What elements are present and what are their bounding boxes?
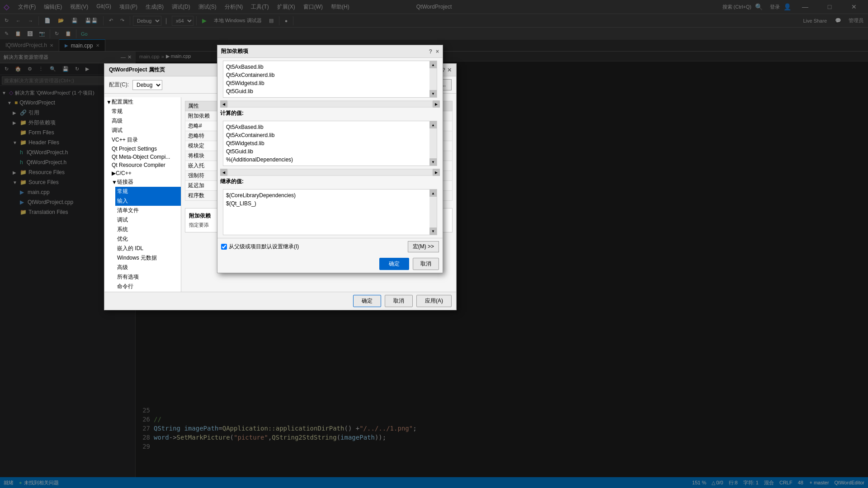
ptree-qt-meta[interactable]: Qt Meta-Object Compi... — [110, 153, 181, 161]
attach-dialog: 附加依赖项 ? × Qt5AxBased.lib Qt5AxContainerd… — [217, 45, 443, 273]
cprops-label: 配置属性 — [112, 98, 133, 106]
attach-inherited-section: $(CoreLibraryDependencies) $(Qt_LIBS_) ▲… — [220, 189, 440, 235]
vscroll-up-3[interactable]: ▲ — [429, 190, 437, 197]
ptree-general[interactable]: 常规 — [110, 107, 181, 116]
ptree-qt-settings[interactable]: Qt Project Settings — [110, 145, 181, 153]
computed-item-4: Qt5Guid.lib — [226, 147, 434, 156]
attach-inherited-box: $(CoreLibraryDependencies) $(Qt_LIBS_) ▲… — [223, 189, 437, 235]
ptree-manifest-tool[interactable]: ▶ 清单工具 — [110, 291, 181, 292]
attach-computed-hscroll[interactable]: ◀ ▶ — [220, 169, 440, 176]
ptree-vcdir[interactable]: VC++ 目录 — [110, 135, 181, 145]
inherit-checkbox[interactable] — [221, 244, 227, 250]
props-tree-panel: ▼ 配置属性 常规 高级 调试 VC++ 目录 Qt Project Setti… — [104, 97, 181, 292]
ptree-linker-general[interactable]: 常规 — [115, 187, 181, 196]
adv-label: 高级 — [112, 117, 123, 125]
ptree-linker-idl[interactable]: 嵌入的 IDL — [115, 244, 181, 253]
config-select[interactable]: Debug — [132, 80, 162, 90]
ptree-linker-input[interactable]: 输入 — [115, 196, 181, 206]
macro-button[interactable]: 宏(M) >> — [408, 241, 439, 252]
hscroll-left-2[interactable]: ◀ — [220, 169, 227, 176]
config-label: 配置(C): — [109, 81, 129, 89]
lnkadv-label: 高级 — [117, 264, 128, 271]
lnkdbg-label: 调试 — [117, 216, 128, 224]
ptree-debug[interactable]: 调试 — [110, 126, 181, 135]
props-cancel-btn[interactable]: 取消 — [385, 295, 413, 307]
inherited-item-1: $(CoreLibraryDependencies) — [226, 191, 434, 199]
attach-item-2: Qt5AxContainerd.lib — [226, 71, 434, 79]
attach-top-content[interactable]: Qt5AxBased.lib Qt5AxContainerd.lib Qt5Wi… — [223, 61, 437, 97]
hscroll-track-2 — [228, 170, 432, 175]
ptree-qt-res[interactable]: Qt Resource Compiler — [110, 161, 181, 169]
ptree-linker-winmeta[interactable]: Windows 元数据 — [115, 253, 181, 263]
hscroll-right-2[interactable]: ▶ — [433, 169, 440, 176]
attach-help-icon[interactable]: ? — [429, 48, 432, 55]
props-apply-btn[interactable]: 应用(A) — [416, 295, 452, 307]
attach-cancel-button[interactable]: 取消 — [413, 258, 439, 270]
attach-inherited-vscroll[interactable]: ▲ ▼ — [429, 190, 437, 235]
vscroll-dn-1[interactable]: ▼ — [429, 90, 437, 97]
manifest-label: 清单文件 — [117, 207, 139, 214]
ptree-linker-allopts[interactable]: 所有选项 — [115, 272, 181, 282]
attach-item-4: Qt5Guid.lib — [226, 87, 434, 95]
attach-title-text: 附加依赖项 — [221, 47, 248, 55]
vscroll-dn-2[interactable]: ▼ — [429, 158, 437, 166]
inherit-checkbox-label: 从父级或项目默认设置继承(I) — [229, 243, 299, 251]
props-close-icon[interactable]: ✕ — [447, 67, 452, 73]
vscroll-up-2[interactable]: ▲ — [429, 121, 437, 128]
attach-top-hscroll[interactable]: ◀ ▶ — [220, 100, 440, 108]
attach-computed-box: Qt5AxBased.lib Qt5AxContainerd.lib Qt5Wi… — [223, 121, 437, 166]
attach-title-btns: ? × — [429, 48, 439, 55]
ptree-advanced[interactable]: 高级 — [110, 116, 181, 126]
inherited-label: 继承的值: — [217, 176, 443, 186]
ptree-cpp[interactable]: ▶ C/C++ — [110, 169, 181, 177]
vscroll-track-2 — [429, 128, 437, 158]
qtset-label: Qt Project Settings — [112, 146, 157, 152]
hscroll-left-1[interactable]: ◀ — [220, 100, 227, 108]
lnk-label: 链接器 — [117, 178, 133, 186]
attach-inherited-content: $(CoreLibraryDependencies) $(Qt_LIBS_) — [223, 190, 437, 235]
attach-computed-vscroll[interactable]: ▲ ▼ — [429, 121, 437, 166]
ptree-linker-debug[interactable]: 调试 — [115, 215, 181, 225]
lnkgen-label: 常规 — [117, 188, 128, 195]
ptree-linker-system[interactable]: 系统 — [115, 225, 181, 234]
attach-dialog-title: 附加依赖项 ? × — [217, 45, 443, 58]
lnk-arrow: ▼ — [112, 179, 117, 185]
qtmeta-label: Qt Meta-Object Compi... — [112, 154, 170, 160]
allopts-label: 所有选项 — [117, 273, 139, 281]
attach-ok-button[interactable]: 确定 — [379, 258, 409, 270]
vscroll-dn-3[interactable]: ▼ — [429, 227, 437, 235]
attach-top-section: Qt5AxBased.lib Qt5AxContainerd.lib Qt5Wi… — [220, 61, 440, 108]
ptree-linker[interactable]: ▼ 链接器 — [110, 177, 181, 187]
attach-top-vscroll[interactable]: ▲ ▼ — [429, 61, 437, 97]
hscroll-right-1[interactable]: ▶ — [433, 100, 440, 108]
inherit-checkbox-row: 从父级或项目默认设置继承(I) — [221, 243, 299, 251]
cmdline-label: 命令行 — [117, 283, 133, 290]
dbg-label: 调试 — [112, 127, 123, 134]
props-title-buttons: ? ✕ — [442, 67, 452, 73]
ptree-linker-adv[interactable]: 高级 — [115, 263, 181, 272]
cpp-arrow: ▶ — [112, 170, 116, 176]
sys-label: 系统 — [117, 226, 128, 233]
attach-item-3: Qt5Widgetsd.lib — [226, 79, 434, 87]
attach-dialog-footer: 从父级或项目默认设置继承(I) 宏(M) >> — [217, 238, 443, 255]
hscroll-track-1 — [228, 101, 432, 107]
computed-item-1: Qt5AxBased.lib — [226, 123, 434, 131]
computed-item-3: Qt5Widgetsd.lib — [226, 139, 434, 147]
vcdir-label: VC++ 目录 — [112, 136, 138, 144]
ptree-config-props[interactable]: ▼ 配置属性 — [104, 97, 181, 107]
attach-computed-content: Qt5AxBased.lib Qt5AxContainerd.lib Qt5Wi… — [223, 121, 437, 166]
attach-computed-section: Qt5AxBased.lib Qt5AxContainerd.lib Qt5Wi… — [220, 121, 440, 176]
ptree-linker-cmdline[interactable]: 命令行 — [115, 282, 181, 291]
opt-label: 优化 — [117, 235, 128, 243]
qtres-label: Qt Resource Compiler — [112, 162, 165, 168]
props-ok-btn[interactable]: 确定 — [353, 295, 381, 307]
computed-item-5: %(AdditionalDependencies) — [226, 156, 434, 164]
attach-close-icon[interactable]: × — [436, 48, 439, 55]
ptree-linker-optimize[interactable]: 优化 — [115, 234, 181, 244]
props-title-text: QtWordProject 属性页 — [109, 66, 165, 74]
vscroll-up-1[interactable]: ▲ — [429, 61, 437, 68]
vscroll-track-3 — [429, 197, 437, 227]
ptree-linker-manifest[interactable]: 清单文件 — [115, 206, 181, 215]
cpp-label: C/C++ — [116, 170, 132, 176]
gen-label: 常规 — [112, 108, 123, 115]
